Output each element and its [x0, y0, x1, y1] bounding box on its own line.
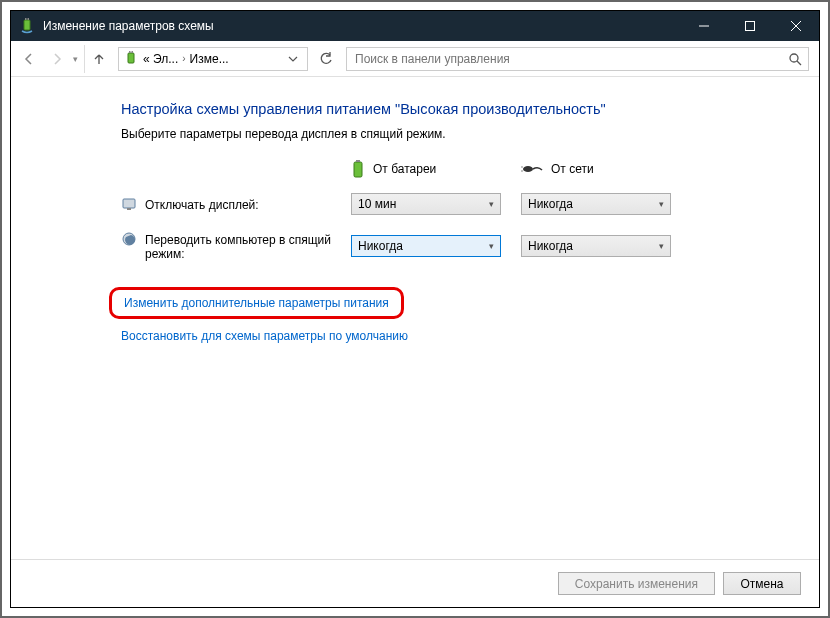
highlight-annotation: Изменить дополнительные параметры питани…	[109, 287, 404, 319]
sleep-battery-select[interactable]: Никогда ▾	[351, 235, 501, 257]
chevron-right-icon: ›	[182, 53, 185, 64]
svg-point-10	[790, 54, 798, 62]
breadcrumb-item[interactable]: Изме...	[190, 52, 229, 66]
display-off-battery-select[interactable]: 10 мин ▾	[351, 193, 501, 215]
power-options-icon	[123, 51, 139, 67]
plugged-column-label: От сети	[551, 162, 594, 176]
app-icon	[19, 18, 35, 34]
chevron-down-icon: ▾	[489, 241, 494, 251]
minimize-button[interactable]	[681, 11, 727, 41]
svg-rect-13	[356, 160, 360, 162]
svg-point-14	[523, 166, 533, 172]
chevron-down-icon: ▾	[659, 241, 664, 251]
recent-dropdown-icon[interactable]: ▾	[71, 54, 80, 64]
page-description: Выберите параметры перевода дисплея в сп…	[121, 127, 795, 141]
svg-rect-8	[129, 51, 131, 53]
chevron-down-icon[interactable]	[283, 54, 303, 64]
restore-defaults-link[interactable]: Восстановить для схемы параметры по умол…	[121, 329, 408, 343]
refresh-button[interactable]	[312, 47, 340, 71]
breadcrumb-item[interactable]: « Эл...	[143, 52, 178, 66]
battery-column-label: От батареи	[373, 162, 436, 176]
navbar: ▾ « Эл... › Изме...	[11, 41, 819, 77]
sleep-plugged-select[interactable]: Никогда ▾	[521, 235, 671, 257]
window-title: Изменение параметров схемы	[43, 19, 681, 33]
search-icon[interactable]	[788, 52, 802, 66]
svg-rect-18	[127, 208, 131, 210]
cancel-button[interactable]: Отмена	[723, 572, 801, 595]
svg-rect-0	[24, 20, 30, 30]
links-area: Изменить дополнительные параметры питани…	[121, 287, 795, 357]
forward-button[interactable]	[43, 45, 71, 73]
svg-rect-12	[354, 162, 362, 177]
advanced-settings-link[interactable]: Изменить дополнительные параметры питани…	[124, 296, 389, 310]
display-off-plugged-select[interactable]: Никогда ▾	[521, 193, 671, 215]
display-off-row: Отключать дисплей: 10 мин ▾ Никогда ▾	[121, 193, 795, 215]
display-off-label: Отключать дисплей:	[121, 196, 351, 212]
back-button[interactable]	[15, 45, 43, 73]
search-input[interactable]	[353, 51, 788, 67]
svg-rect-4	[746, 22, 755, 31]
search-box[interactable]	[346, 47, 809, 71]
window: Изменение параметров схемы ▾	[10, 10, 820, 608]
sleep-icon	[121, 231, 137, 247]
svg-line-11	[797, 61, 801, 65]
footer: Сохранить изменения Отмена	[11, 559, 819, 607]
display-icon	[121, 196, 137, 212]
page-title: Настройка схемы управления питанием "Выс…	[121, 101, 795, 117]
up-button[interactable]	[84, 45, 112, 73]
svg-rect-1	[25, 18, 27, 20]
chevron-down-icon: ▾	[659, 199, 664, 209]
titlebar: Изменение параметров схемы	[11, 11, 819, 41]
window-controls	[681, 11, 819, 41]
plugged-column-header: От сети	[521, 159, 691, 179]
svg-rect-2	[28, 18, 30, 20]
battery-icon	[351, 159, 365, 179]
columns-header: От батареи От сети	[351, 159, 795, 179]
save-button: Сохранить изменения	[558, 572, 715, 595]
svg-rect-7	[128, 53, 134, 63]
svg-rect-17	[123, 199, 135, 208]
chevron-down-icon: ▾	[489, 199, 494, 209]
breadcrumb[interactable]: « Эл... › Изме...	[118, 47, 308, 71]
battery-column-header: От батареи	[351, 159, 521, 179]
content-area: Настройка схемы управления питанием "Выс…	[11, 77, 819, 559]
svg-rect-9	[132, 51, 134, 53]
maximize-button[interactable]	[727, 11, 773, 41]
sleep-row: Переводить компьютер в спящий режим: Ник…	[121, 231, 795, 261]
close-button[interactable]	[773, 11, 819, 41]
plug-icon	[521, 162, 543, 176]
sleep-label: Переводить компьютер в спящий режим:	[121, 231, 351, 261]
